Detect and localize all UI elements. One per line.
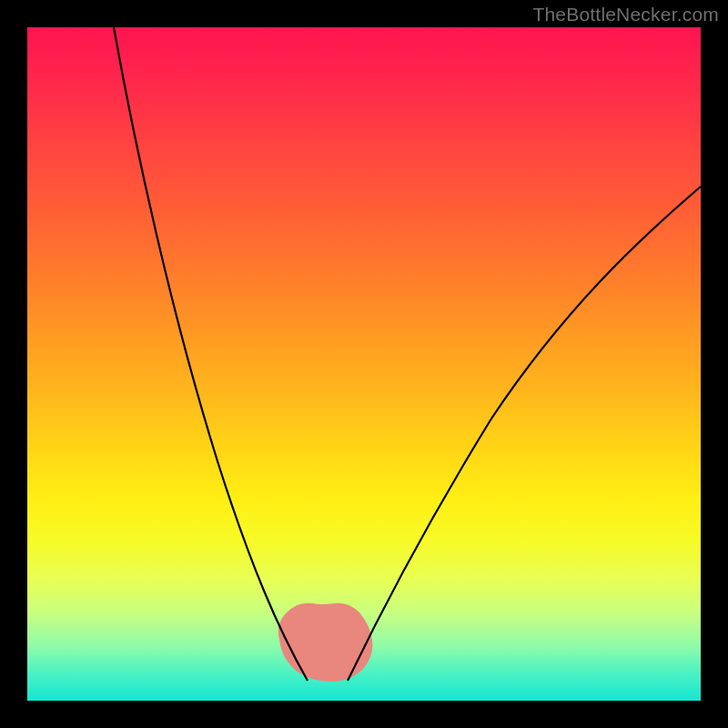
watermark-text: TheBottleNecker.com	[532, 4, 719, 25]
chart-svg	[27, 27, 701, 701]
highlight-blob	[285, 610, 366, 675]
chart-frame: TheBottleNecker.com	[0, 0, 728, 728]
right-curve	[348, 187, 701, 681]
left-curve	[114, 27, 308, 681]
plot-area	[27, 27, 701, 701]
